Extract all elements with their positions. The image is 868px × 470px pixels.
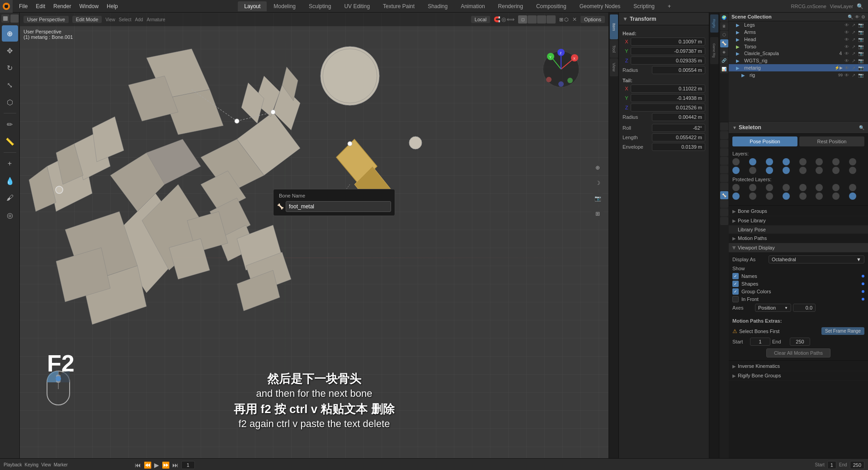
mode-icon-2[interactable] <box>10 14 19 23</box>
layer-0[interactable] <box>732 158 740 165</box>
filter-icon[interactable]: 🔍 <box>848 14 853 19</box>
world-tab-icon[interactable] <box>720 157 728 165</box>
shapes-checkbox[interactable]: ✓ <box>732 281 739 287</box>
play-btn[interactable]: ▶ <box>154 461 159 469</box>
mode-dropdown[interactable]: Edit Mode <box>72 16 102 23</box>
head-select[interactable]: ↗ <box>851 37 856 42</box>
head-x-value[interactable]: 0.10097 m <box>631 38 705 46</box>
smear-tool[interactable]: ◎ <box>2 207 18 223</box>
layer-6[interactable] <box>832 158 840 165</box>
annotate-tool[interactable]: ✏ <box>2 116 18 132</box>
wgts-select[interactable]: ↗ <box>851 58 856 63</box>
playback-btn[interactable]: Playback <box>4 462 22 467</box>
prot-layer-12[interactable] <box>799 193 807 200</box>
library-pose-item[interactable]: Library Pose <box>729 226 868 234</box>
add-tool[interactable]: + <box>2 155 18 172</box>
layer-1[interactable] <box>749 158 756 165</box>
clavicle-eye[interactable]: 👁 <box>844 51 850 56</box>
camera-btn[interactable]: 📷 <box>591 192 604 205</box>
measure-tool[interactable]: 📏 <box>2 133 18 150</box>
axes-dropdown[interactable]: Position ▼ <box>755 304 791 312</box>
layer-11[interactable] <box>783 167 790 174</box>
envelope-value[interactable]: 0.0139 m <box>652 143 705 151</box>
metarig-eye[interactable]: 👁 <box>844 66 850 70</box>
options-btn[interactable]: Options <box>580 16 605 23</box>
head-radius-value[interactable]: 0.00554 m <box>652 66 705 74</box>
prot-layer-3[interactable] <box>783 184 790 191</box>
layer-4[interactable] <box>799 158 807 165</box>
snap-icon[interactable]: 🧲 <box>494 16 500 23</box>
arms-render[interactable]: 📷 <box>857 30 864 35</box>
mode-icon-1[interactable] <box>1 14 9 23</box>
bone-groups-item[interactable]: ▶ Bone Groups <box>729 207 868 216</box>
add-menu[interactable]: Add <box>135 17 143 22</box>
settings-icon[interactable]: ⚙ <box>861 14 865 19</box>
mirror-icon[interactable]: ⟺ <box>507 16 514 23</box>
tab-scripting[interactable]: Scripting <box>627 1 661 11</box>
constraint-tab-icon[interactable] <box>720 208 728 216</box>
wireframe-mode[interactable]: ◻ <box>518 15 527 24</box>
layer-2[interactable] <box>766 158 773 165</box>
view-btn[interactable]: View <box>41 462 51 467</box>
wgts-render[interactable]: 📷 <box>857 58 864 63</box>
arms-select[interactable]: ↗ <box>851 30 856 35</box>
scene-item-torso[interactable]: ▶ Torso 👁 ↗ 📷 <box>729 43 868 50</box>
zoom-extents-btn[interactable]: ⊕ <box>591 161 604 174</box>
modifier-tab-icon[interactable] <box>720 174 728 182</box>
clavicle-render[interactable]: 📷 <box>857 51 864 56</box>
prot-layer-9[interactable] <box>749 193 756 200</box>
tab-rendering[interactable]: Rendering <box>492 1 529 11</box>
prot-layer-6[interactable] <box>832 184 840 191</box>
tail-radius-value[interactable]: 0.00442 m <box>652 113 705 121</box>
tab-sculpting[interactable]: Sculpting <box>302 1 337 11</box>
torso-render[interactable]: 📷 <box>857 44 864 49</box>
obj-tab-icon[interactable] <box>720 165 728 174</box>
pose-library-item[interactable]: ▶ Pose Library <box>729 216 868 226</box>
solid-mode[interactable] <box>528 15 537 24</box>
legs-render[interactable]: 📷 <box>857 23 864 28</box>
tool-tab[interactable]: Tool <box>610 40 618 58</box>
prop-edit-icon[interactable]: ◎ <box>501 16 506 23</box>
main-viewport[interactable]: User Perspective Edit Mode View Select A… <box>20 13 609 458</box>
data-tab-icon[interactable] <box>720 217 728 225</box>
prot-layer-10[interactable] <box>766 193 773 200</box>
navigation-gizmo[interactable]: X Y Z <box>541 49 581 89</box>
next-frame-btn[interactable]: ⏩ <box>162 461 170 469</box>
rig-icon-1[interactable]: Rigify <box>710 14 718 33</box>
scene-item-rig[interactable]: ▶ rig 99 👁 ↗ 📷 <box>729 71 868 79</box>
scale-tool[interactable]: ⤡ <box>2 77 18 93</box>
world-props-icon[interactable]: 🖥 <box>720 22 728 30</box>
xray-btn[interactable]: ⬡ <box>564 17 569 23</box>
blender-logo[interactable] <box>0 0 13 13</box>
prot-layer-7[interactable] <box>849 184 856 191</box>
head-eye[interactable]: 👁 <box>844 37 850 42</box>
menu-file[interactable]: File <box>15 2 31 10</box>
layer-12[interactable] <box>799 167 807 174</box>
eyedropper-tool[interactable]: 💧 <box>2 173 18 189</box>
clear-motion-paths-btn[interactable]: Clear All Motion Paths <box>766 348 830 357</box>
tab-geometry-nodes[interactable]: Geometry Nodes <box>573 1 627 11</box>
rig-select[interactable]: ↗ <box>851 73 856 78</box>
tab-uv-editing[interactable]: UV Editing <box>338 1 376 11</box>
rest-position-btn[interactable]: Rest Position <box>799 136 864 146</box>
skip-start-btn[interactable]: ⏮ <box>135 461 141 469</box>
ik-item[interactable]: ▶ Inverse Kinematics <box>729 362 868 371</box>
tab-shading[interactable]: Shading <box>421 1 454 11</box>
torso-eye[interactable]: 👁 <box>844 44 850 49</box>
display-as-dropdown[interactable]: Octahedral ▼ <box>769 255 864 263</box>
scene-item-clavicle[interactable]: ▶ Clavicle_Scapula 4 👁 ↗ 📷 <box>729 50 868 57</box>
layer-3[interactable] <box>783 158 790 165</box>
search-icon[interactable]: 🔍 <box>857 3 863 9</box>
data-props-icon[interactable]: 📊 <box>720 65 728 73</box>
scene-item-head[interactable]: ▶ Head 👁 ↗ 📷 <box>729 36 868 43</box>
marker-btn[interactable]: Marker <box>54 462 68 467</box>
transform-orientation[interactable]: Local <box>471 16 490 23</box>
viewport-display-item[interactable]: ▶ Viewport Display <box>729 243 868 253</box>
scene-props-icon[interactable]: 🌍 <box>720 14 728 22</box>
set-frame-range-btn[interactable]: Set Frame Range <box>821 327 864 335</box>
move-tool[interactable]: ✥ <box>2 42 18 59</box>
tab-add[interactable]: + <box>661 1 677 11</box>
layer-8[interactable] <box>732 167 740 174</box>
rig-render[interactable]: 📷 <box>857 73 864 78</box>
clavicle-select[interactable]: ↗ <box>851 51 856 56</box>
